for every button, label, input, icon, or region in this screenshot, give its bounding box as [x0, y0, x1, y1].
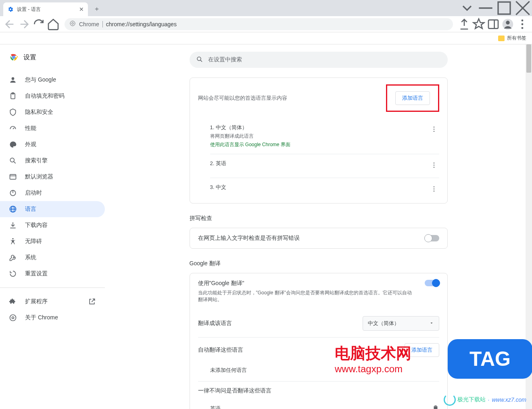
spell-check-toggle[interactable] [425, 235, 439, 241]
preferred-languages-card: 网站会尽可能以您的首选语言显示内容 添加语言 1. 中文（简体） 将网页翻译成此… [190, 78, 448, 203]
more-icon[interactable] [429, 124, 439, 136]
back-button[interactable] [3, 18, 16, 31]
search-placeholder: 在设置中搜索 [208, 56, 242, 63]
nav-autofill[interactable]: 自动填充和密码 [0, 88, 105, 104]
shield-icon [9, 108, 17, 116]
auto-translate-row: 自动翻译这些语言 添加语言 [190, 338, 447, 363]
translate-card: 使用"Google 翻译" 当此功能处于开启状态时，"Google 翻译"会询问… [190, 273, 448, 409]
tag-badge: TAG [448, 339, 532, 379]
language-item: 2. 英语 [210, 154, 439, 178]
nav-startup[interactable]: 启动时 [0, 185, 105, 201]
svg-point-32 [12, 317, 14, 319]
settings-search-input[interactable]: 在设置中搜索 [190, 52, 448, 68]
add-language-button[interactable]: 添加语言 [395, 91, 430, 105]
address-bar[interactable]: Chrome chrome://settings/languages [65, 18, 453, 30]
nav-default-browser[interactable]: 默认浏览器 [0, 169, 105, 185]
dropdown-icon[interactable] [458, 0, 476, 16]
nav-extensions[interactable]: 扩展程序 [0, 294, 105, 310]
preferred-languages-header: 网站会尽可能以您的首选语言显示内容 添加语言 [190, 78, 447, 118]
bookmark-button[interactable] [472, 18, 485, 31]
chevron-down-icon [429, 321, 434, 327]
reload-button[interactable] [32, 18, 45, 31]
search-icon [9, 157, 17, 165]
all-bookmarks-label[interactable]: 所有书签 [507, 35, 526, 42]
wrench-icon [9, 254, 17, 262]
nav-performance[interactable]: 性能 [0, 120, 105, 136]
forward-button[interactable] [18, 18, 31, 31]
svg-point-17 [12, 77, 15, 80]
home-button[interactable] [47, 18, 60, 31]
more-icon[interactable] [429, 160, 439, 172]
translate-target-select[interactable]: 中文（简体） [363, 316, 439, 331]
nav-privacy[interactable]: 隐私和安全 [0, 104, 105, 120]
omnibox-divider [102, 21, 103, 27]
accessibility-icon [9, 237, 17, 245]
nav-downloads[interactable]: 下载内容 [0, 217, 105, 233]
new-tab-button[interactable]: ＋ [91, 3, 102, 15]
delete-icon[interactable] [432, 404, 439, 409]
nav-about[interactable]: 关于 Chrome [0, 310, 105, 326]
chrome-icon [69, 20, 76, 28]
nav-appearance[interactable]: 外观 [0, 136, 105, 153]
svg-point-9 [506, 21, 509, 24]
svg-line-34 [200, 60, 202, 61]
svg-line-20 [13, 128, 14, 129]
use-translate-row: 使用"Google 翻译" 当此功能处于开启状态时，"Google 翻译"会询问… [190, 273, 447, 310]
globe-icon [9, 205, 17, 213]
svg-point-40 [433, 167, 434, 168]
svg-point-38 [433, 163, 434, 164]
nav-reset[interactable]: 重置设置 [0, 266, 105, 282]
never-translate-row: 一律不询问是否翻译这些语言 [190, 382, 447, 400]
nav-divider [0, 287, 105, 288]
svg-point-11 [522, 23, 524, 25]
svg-rect-23 [10, 174, 16, 179]
folder-icon [498, 36, 505, 41]
svg-point-43 [433, 191, 434, 191]
nav-accessibility[interactable]: 无障碍 [0, 233, 105, 250]
never-item: 英语 [190, 400, 447, 409]
svg-point-39 [433, 165, 434, 166]
spell-check-row: 在网页上输入文字时检查是否有拼写错误 [190, 228, 447, 248]
clipboard-icon [9, 92, 17, 100]
minimize-button[interactable] [476, 0, 495, 16]
nav-search[interactable]: 搜索引擎 [0, 153, 105, 169]
bookmarks-bar: 所有书签 [0, 32, 532, 44]
close-window-button[interactable] [513, 0, 532, 16]
settings-header: 设置 [0, 52, 105, 68]
nav-languages[interactable]: 语言 [0, 201, 105, 217]
profile-button[interactable] [501, 18, 514, 31]
chrome-logo-icon [9, 52, 19, 62]
svg-point-33 [197, 57, 201, 61]
translate-title: Google 翻译 [190, 258, 448, 269]
svg-point-16 [13, 57, 15, 58]
auto-translate-none: 未添加任何语言 [190, 363, 447, 381]
maximize-button[interactable] [495, 0, 513, 16]
speedometer-icon [9, 124, 17, 132]
svg-point-5 [72, 23, 74, 25]
scrollbar[interactable] [526, 44, 532, 409]
reset-icon [9, 270, 17, 278]
preferred-desc: 网站会尽可能以您的首选语言显示内容 [198, 94, 287, 102]
close-tab-icon[interactable]: ✕ [79, 6, 84, 13]
power-icon [9, 189, 17, 197]
auto-add-language-button[interactable]: 添加语言 [405, 343, 439, 357]
nav-you-google[interactable]: 您与 Google [0, 72, 105, 88]
chrome-small-icon [9, 314, 17, 322]
browser-tab[interactable]: 设置 - 语言 ✕ [3, 2, 88, 16]
scrollbar-thumb[interactable] [526, 44, 531, 73]
browser-toolbar: Chrome chrome://settings/languages [0, 16, 532, 32]
menu-button[interactable] [516, 18, 529, 31]
share-button[interactable] [458, 18, 471, 31]
person-icon [9, 76, 17, 84]
chrome-label: Chrome [79, 21, 99, 27]
more-icon[interactable] [429, 184, 439, 196]
use-translate-toggle[interactable] [425, 280, 439, 286]
svg-point-35 [433, 127, 434, 128]
spell-check-title: 拼写检查 [190, 213, 448, 224]
svg-point-37 [433, 131, 434, 132]
sidepanel-button[interactable] [487, 18, 500, 31]
nav-system[interactable]: 系统 [0, 250, 105, 266]
language-item: 1. 中文（简体） 将网页翻译成此语言 使用此语言显示 Google Chrom… [210, 118, 439, 154]
settings-title: 设置 [23, 53, 36, 62]
palette-icon [9, 141, 17, 149]
